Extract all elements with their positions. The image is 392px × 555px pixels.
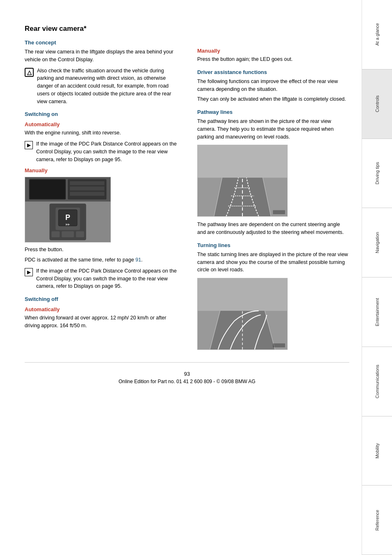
svg-rect-14 — [62, 231, 74, 238]
page-footer: 93 Online Edition for Part no. 01 41 2 6… — [25, 362, 349, 388]
switching-on-heading: Switching on — [25, 111, 177, 117]
sidebar-label-at-a-glance: At a glance — [375, 23, 380, 46]
page-title: Rear view camera* — [25, 25, 177, 33]
svg-rect-6 — [70, 187, 104, 191]
sidebar-item-at-a-glance[interactable]: At a glance — [362, 0, 392, 69]
turning-lines-body: The static turning lines are displayed i… — [197, 251, 349, 274]
warning-text: Also check the traffic situation around … — [37, 67, 177, 106]
pathway-lines-body1: The pathway lines are shown in the pictu… — [197, 118, 349, 141]
car-interior-image: P ▶▶ — [25, 177, 111, 243]
sidebar-item-mobility[interactable]: Mobility — [362, 416, 392, 486]
sidebar-item-entertainment[interactable]: Entertainment — [362, 278, 392, 347]
note-auto-box: ▶ If the image of the PDC Park Distance … — [25, 140, 177, 163]
automatically-heading: Automatically — [25, 121, 177, 127]
turning-lines-image — [197, 278, 288, 350]
note-icon-manual: ▶ — [25, 268, 33, 276]
sidebar-item-navigation[interactable]: Navigation — [362, 208, 392, 278]
svg-text:P: P — [65, 213, 70, 222]
note-manual-box: ▶ If the image of the PDC Park Distance … — [25, 267, 177, 290]
sidebar-label-driving-tips: Driving tips — [375, 162, 380, 184]
page-number: 93 — [25, 371, 349, 377]
svg-rect-7 — [70, 192, 104, 196]
sidebar-label-communications: Communications — [375, 365, 380, 398]
sidebar-label-mobility: Mobility — [375, 443, 380, 458]
svg-rect-3 — [30, 180, 65, 199]
pdc-activated-text: PDC is activated at the same time, refer… — [25, 256, 177, 264]
page-container: Rear view camera* The concept The rear v… — [0, 0, 392, 555]
note-auto-text: If the image of the PDC Park Distance Co… — [36, 140, 177, 163]
link-page-91[interactable]: 91 — [136, 257, 141, 263]
two-column-layout: Rear view camera* The concept The rear v… — [25, 25, 349, 354]
sidebar: At a glance Controls Driving tips Naviga… — [362, 0, 392, 555]
driver-assistance-body2: They can only be activated when the lift… — [197, 95, 349, 103]
turning-lines-heading: Turning lines — [197, 242, 349, 248]
sidebar-label-entertainment: Entertainment — [375, 298, 380, 326]
warning-box: △ Also check the traffic situation aroun… — [25, 67, 177, 106]
svg-rect-28 — [198, 278, 287, 311]
concept-body: The rear view camera in the liftgate dis… — [25, 48, 177, 64]
sidebar-label-navigation: Navigation — [375, 232, 380, 253]
sidebar-label-controls: Controls — [375, 95, 380, 112]
driver-assistance-heading: Driver assistance functions — [197, 69, 349, 75]
automatically-body: With the engine running, shift into reve… — [25, 129, 177, 137]
svg-rect-23 — [198, 145, 287, 178]
sidebar-item-driving-tips[interactable]: Driving tips — [362, 139, 392, 208]
press-button-text: Press the button. — [25, 246, 177, 254]
pathway-lines-heading: Pathway lines — [197, 109, 349, 115]
main-content: Rear view camera* The concept The rear v… — [0, 0, 362, 555]
sidebar-item-reference[interactable]: Reference — [362, 486, 392, 555]
sidebar-label-reference: Reference — [375, 510, 380, 531]
manually-heading-right: Manually — [197, 48, 349, 54]
warning-icon: △ — [25, 68, 34, 77]
svg-rect-5 — [70, 181, 104, 185]
svg-rect-26 — [273, 210, 285, 214]
switching-off-auto-heading: Automatically — [25, 306, 177, 312]
note-icon-auto: ▶ — [25, 141, 33, 149]
svg-text:▶▶: ▶▶ — [66, 223, 70, 226]
pathway-lines-body2: The pathway lines are dependent on the c… — [197, 221, 349, 236]
svg-rect-33 — [273, 343, 285, 347]
concept-heading: The concept — [25, 39, 177, 46]
left-column: Rear view camera* The concept The rear v… — [25, 25, 181, 354]
manually-heading-left: Manually — [25, 167, 177, 173]
footer-text: Online Edition for Part no. 01 41 2 600 … — [25, 379, 349, 384]
sidebar-item-controls[interactable]: Controls — [362, 69, 392, 139]
svg-rect-13 — [51, 231, 60, 238]
manually-body-right: Press the button again; the LED goes out… — [197, 56, 349, 63]
switching-off-heading: Switching off — [25, 296, 177, 302]
right-column: Manually Press the button again; the LED… — [193, 25, 349, 354]
driver-assistance-body1: The following functions can improve the … — [197, 78, 349, 93]
note-manual-text: If the image of the PDC Park Distance Co… — [36, 267, 177, 290]
switching-off-auto-body: When driving forward at over approx. 12 … — [25, 314, 177, 330]
svg-rect-15 — [76, 231, 84, 238]
pathway-lines-image — [197, 145, 288, 217]
sidebar-item-communications[interactable]: Communications — [362, 347, 392, 416]
